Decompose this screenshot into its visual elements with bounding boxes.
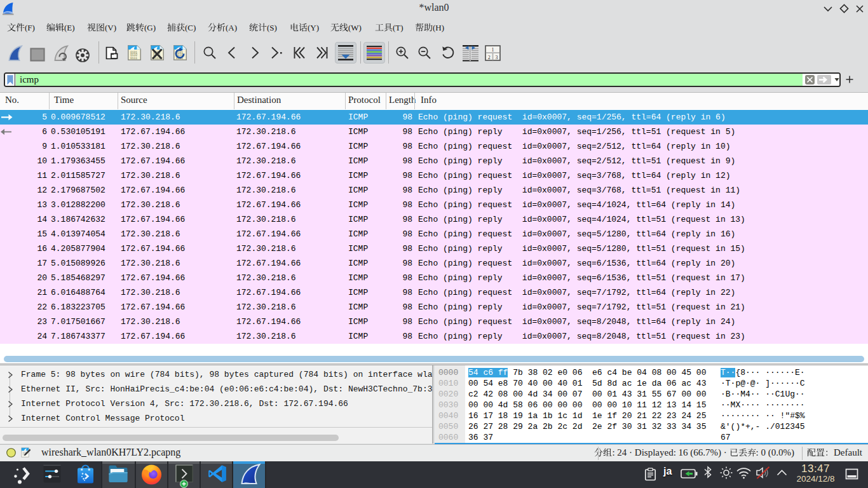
svg-text:2: 2	[488, 55, 491, 60]
svg-text:3: 3	[495, 55, 498, 60]
svg-text:1: 1	[492, 47, 494, 53]
svg-text:0111: 0111	[130, 57, 137, 60]
